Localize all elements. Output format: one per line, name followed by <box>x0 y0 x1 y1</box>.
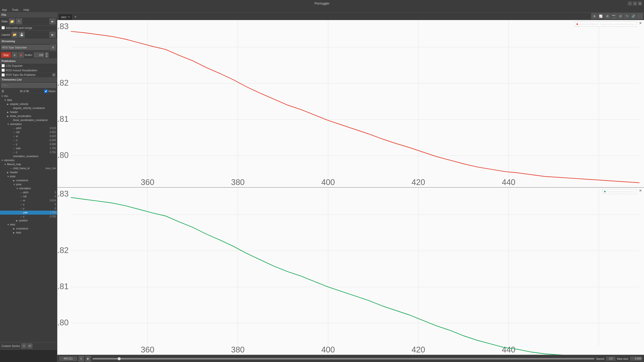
time-display[interactable] <box>59 356 77 361</box>
menu-tools[interactable]: Tools <box>11 8 20 12</box>
rosout-viz-checkbox[interactable] <box>2 69 5 72</box>
minimize-button[interactable]: − <box>628 2 632 6</box>
repub-checkbox[interactable] <box>2 73 5 77</box>
tree-item-data[interactable]: ▼ data <box>0 98 57 102</box>
tree-item-linear-accel[interactable]: ▶ linear_acceleration <box>0 114 57 118</box>
data-arrow-button[interactable]: ▶ <box>50 18 56 24</box>
line-chart-button[interactable]: 📈 <box>598 13 604 19</box>
tree-item-x2[interactable]: — x 0 <box>0 203 57 207</box>
tree-item-linear-accel-cov[interactable]: linear_acceleration_covariance <box>0 118 57 122</box>
filter-input[interactable] <box>1 83 56 88</box>
crosshair-button[interactable]: ⊕ <box>591 13 597 19</box>
tree-item-roll1[interactable]: — roll 0.002 <box>0 130 57 134</box>
tree-item-position[interactable]: ▶ position <box>0 219 57 223</box>
tree-item-filtered-map[interactable]: ▼ filtered_map <box>0 162 57 166</box>
record-button[interactable]: ⏺ <box>18 52 24 58</box>
camera-button[interactable]: 📷 <box>611 13 617 19</box>
tree-container[interactable]: ▼ imu ▼ data ▶ angular_velocity angular_… <box>0 94 57 342</box>
tree-item-pose3[interactable]: ▼ pose <box>0 183 57 187</box>
formula-input-area <box>0 349 57 362</box>
tree-item-yaw2[interactable]: — yaw 1.793 <box>0 211 57 215</box>
tree-item-pose2[interactable]: ▼ pose <box>0 174 57 178</box>
menu-app[interactable]: App <box>1 8 8 12</box>
tree-item-orientation-cov1[interactable]: orientation_covariance <box>0 154 57 158</box>
link-button[interactable]: 🔗 <box>630 13 636 19</box>
add-tab-button[interactable]: + <box>73 14 78 20</box>
columns-button[interactable]: ⋮⋮ <box>637 13 643 19</box>
values-label: Values <box>48 90 56 93</box>
tree-item-orientation2[interactable]: ▼ orientation <box>0 187 57 191</box>
speed-input[interactable] <box>606 357 615 360</box>
tree-item-x1[interactable]: — x -0.005 <box>0 138 57 142</box>
tree-item-z1[interactable]: — z 0.761 <box>0 150 57 154</box>
buffer-up[interactable]: ▲ <box>45 52 49 55</box>
data-refresh-button[interactable]: ↻ <box>16 18 22 24</box>
grid-button[interactable]: ⊟ <box>617 13 623 19</box>
tree-item-covariance2[interactable]: ▶ covariance <box>0 178 57 183</box>
left-panel: File Data: 📁 ↻ ▶ Add prefix and merge La… <box>0 13 57 362</box>
tree-item-y2[interactable]: — y 0 <box>0 207 57 211</box>
svg-text:380: 380 <box>231 178 245 187</box>
tree-item-pitch2[interactable]: — pitch 0 <box>0 191 57 195</box>
tree-item-twist-sub[interactable]: ▶ twist <box>0 231 57 235</box>
tree-item-child-frame-id[interactable]: — child_frame_id base_link <box>0 166 57 170</box>
layout-arrow-button[interactable]: ▶ <box>50 32 56 38</box>
play-button[interactable]: ▶ <box>85 356 91 361</box>
tree-item-roll2[interactable]: — roll 0 <box>0 195 57 199</box>
layout-save-button[interactable]: 💾 <box>19 32 25 38</box>
plot2-legend-label: /imu/data/orientation/yaw <box>607 190 635 193</box>
maximize-button[interactable]: □ <box>633 2 637 6</box>
csv-exporter-checkbox[interactable] <box>2 64 5 67</box>
tree-item-odometry[interactable]: ▼ odometry <box>0 158 57 162</box>
delete-icon[interactable]: 🗑 <box>2 89 5 93</box>
tree-item-w1[interactable]: — w 0.625 <box>0 134 57 138</box>
plot1-legend-color: ■ <box>576 22 578 26</box>
timeline-slider[interactable] <box>93 358 594 359</box>
tree-item-orientation1[interactable]: ▼ orientation <box>0 122 57 126</box>
pause-button[interactable]: ⏸ <box>12 52 17 58</box>
repub-gear-icon[interactable]: ⚙ <box>52 73 56 77</box>
add-prefix-checkbox[interactable] <box>2 26 5 29</box>
tree-item-w2[interactable]: — w 0.624 <box>0 199 57 203</box>
tree-item-angular-velocity[interactable]: ▶ angular_velocity <box>0 102 57 106</box>
values-checkbox[interactable] <box>44 90 48 93</box>
tree-item-covariance-twist[interactable]: ▶ covariance <box>0 227 57 231</box>
stepsize-input[interactable] <box>630 357 642 360</box>
data-folder-button[interactable]: 📁 <box>9 18 15 24</box>
publishers-section-header: Publishers <box>0 59 57 64</box>
tab-close-icon[interactable]: ✕ <box>68 16 70 18</box>
tree-item-header2[interactable]: ▶ header <box>0 170 57 174</box>
ros-subscriber-input[interactable] <box>1 45 50 50</box>
tree-item-pitch1[interactable]: — pitch 0.015 <box>0 126 57 130</box>
tree-item-angular-velocity-cov[interactable]: angular_velocity_covariance <box>0 106 57 110</box>
right-panel: tab2 ✕ + ⊕ 📈 ⊞ 📷 ⊟ ✎ 🔗 ⋮⋮ ✕ ■ <box>57 13 644 362</box>
svg-text:400: 400 <box>321 178 335 187</box>
menu-help[interactable]: Help <box>22 8 30 12</box>
timeline-handle[interactable] <box>118 357 121 360</box>
tree-item-z2[interactable]: — z 0.781 <box>0 215 57 219</box>
tree-item-twist2[interactable]: ▼ twist <box>0 223 57 227</box>
layout-load-button[interactable]: 📂 <box>12 32 18 38</box>
plot1-svg: 1.83 1.82 1.81 1.80 360 380 400 420 440 <box>57 20 644 187</box>
close-button[interactable]: ✕ <box>638 2 642 6</box>
plots-area: ✕ ■ /odometry/filtered_map/pose/pose/ori… <box>57 20 644 355</box>
plot1-close-button[interactable]: ✕ <box>639 21 642 25</box>
custom-series-add-button[interactable]: + <box>21 343 26 348</box>
tab-tab2[interactable]: tab2 ✕ <box>58 14 73 20</box>
tree-item-imu[interactable]: ▼ imu <box>0 94 57 98</box>
stop-button[interactable]: Stop <box>1 52 11 58</box>
speed-label: Speed: <box>596 357 605 360</box>
buffer-down[interactable]: ▼ <box>45 55 49 58</box>
custom-series-edit-button[interactable]: ✏ <box>27 343 32 348</box>
tree-item-header1[interactable]: ▶ header <box>0 110 57 114</box>
layout-label: Layout: <box>2 33 11 36</box>
table-button[interactable]: ⊞ <box>604 13 610 19</box>
tree-item-yaw1[interactable]: — yaw 1.782 <box>0 146 57 150</box>
buffer-input[interactable] <box>34 52 44 57</box>
plot2-close-button[interactable]: ✕ <box>639 189 642 193</box>
ros-subscriber-settings-button[interactable]: ⚙ <box>50 44 56 50</box>
tree-item-y1[interactable]: — y 0.006 <box>0 142 57 146</box>
edit-button[interactable]: ✎ <box>624 13 630 19</box>
series-count-row: 🗑 96 of 96 Values <box>0 89 57 94</box>
rewind-button[interactable]: ⟨⟨ <box>78 356 84 361</box>
